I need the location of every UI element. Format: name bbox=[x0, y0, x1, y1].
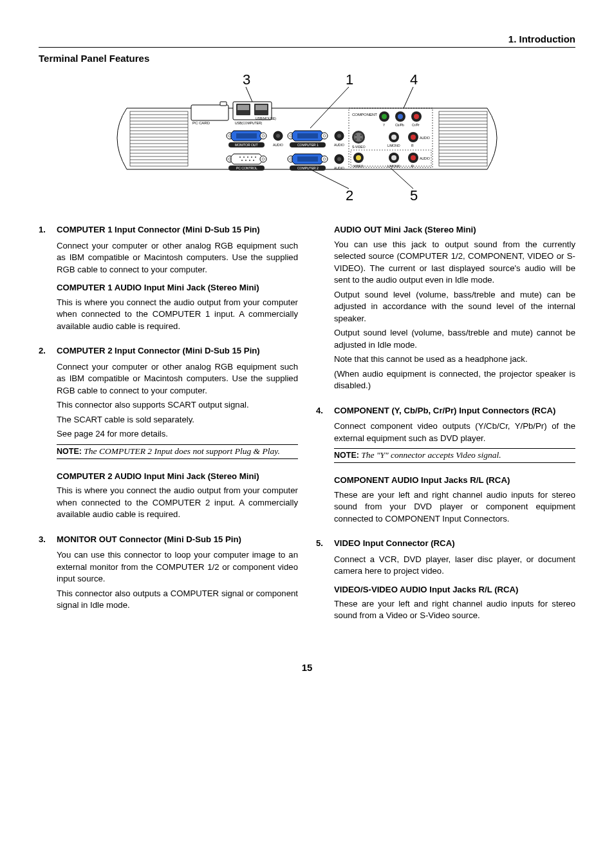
svg-point-101 bbox=[354, 133, 363, 142]
svg-point-71 bbox=[241, 160, 243, 161]
note: NOTE: The COMPUTER 2 Input does not supp… bbox=[57, 444, 298, 459]
item-5: 5.VIDEO Input Connector (RCA) Connect a … bbox=[316, 538, 575, 622]
svg-point-67 bbox=[243, 156, 245, 158]
callout-1: 1 bbox=[346, 73, 353, 88]
callout-5: 5 bbox=[410, 187, 418, 202]
svg-rect-0 bbox=[130, 111, 188, 166]
paragraph: Output sound level (volume, bass/treble … bbox=[334, 327, 575, 351]
paragraph: The SCART cable is sold separately. bbox=[57, 414, 298, 426]
paragraph: This is where you connect the audio outp… bbox=[57, 485, 298, 520]
paragraph: Note that this cannot be used as a headp… bbox=[334, 354, 575, 365]
svg-text:R: R bbox=[411, 144, 414, 147]
svg-text:AUDIO: AUDIO bbox=[420, 156, 430, 160]
right-column: AUDIO OUT Mini Jack (Stereo Mini) You ca… bbox=[316, 224, 575, 634]
svg-text:S-VIDEO: S-VIDEO bbox=[352, 145, 366, 149]
svg-point-75 bbox=[260, 156, 266, 162]
svg-text:AUDIO: AUDIO bbox=[334, 143, 344, 147]
paragraph: Connect your computer or other analog RG… bbox=[57, 361, 298, 397]
svg-point-47 bbox=[260, 133, 266, 139]
svg-rect-35 bbox=[220, 102, 227, 106]
svg-point-96 bbox=[414, 114, 419, 119]
svg-point-57 bbox=[321, 133, 328, 139]
item-number: 4. bbox=[316, 405, 334, 417]
svg-text:USB(COMPUTER): USB(COMPUTER) bbox=[235, 121, 263, 125]
svg-text:AUDIO: AUDIO bbox=[334, 166, 344, 170]
chapter-heading: 1. Introduction bbox=[39, 32, 575, 48]
sub-title: VIDEO/S-VIDEO AUDIO Input Jacks R/L (RCA… bbox=[334, 584, 575, 596]
paragraph: See page 24 for more details. bbox=[57, 428, 298, 440]
item-number: 1. bbox=[39, 224, 57, 236]
svg-text:COMPUTER 1: COMPUTER 1 bbox=[297, 143, 319, 147]
svg-text:Cb/Pb: Cb/Pb bbox=[395, 123, 404, 127]
svg-point-66 bbox=[239, 156, 241, 158]
svg-point-74 bbox=[253, 160, 254, 161]
svg-point-108 bbox=[391, 135, 396, 140]
svg-rect-56 bbox=[297, 133, 318, 138]
svg-point-103 bbox=[360, 135, 362, 136]
paragraph: Output sound level (volume, bass/treble … bbox=[334, 289, 575, 325]
item-audio-out: AUDIO OUT Mini Jack (Stereo Mini) You ca… bbox=[316, 224, 575, 392]
item-title: COMPONENT (Y, Cb/Pb, Cr/Pr) Input Connec… bbox=[334, 405, 555, 417]
svg-point-105 bbox=[360, 138, 362, 140]
svg-rect-41 bbox=[256, 105, 267, 110]
paragraph: This connector also supports SCART outpu… bbox=[57, 399, 298, 411]
svg-text:MONITOR OUT: MONITOR OUT bbox=[235, 143, 257, 147]
svg-point-70 bbox=[255, 156, 256, 158]
left-column: 1.COMPUTER 1 Input Connector (Mini D-Sub… bbox=[39, 224, 298, 634]
svg-point-110 bbox=[411, 135, 416, 140]
item-1: 1.COMPUTER 1 Input Connector (Mini D-Sub… bbox=[39, 224, 298, 332]
callout-2: 2 bbox=[346, 187, 353, 202]
svg-text:L/MONO: L/MONO bbox=[387, 144, 400, 147]
svg-text:AUDIO: AUDIO bbox=[420, 136, 430, 140]
svg-rect-81 bbox=[297, 156, 318, 162]
callout-3: 3 bbox=[243, 73, 250, 88]
svg-point-82 bbox=[321, 156, 328, 162]
svg-line-128 bbox=[310, 169, 349, 189]
paragraph: These are your left and right channel au… bbox=[334, 489, 575, 525]
paragraph: (When audio equipment is connected, the … bbox=[334, 368, 575, 392]
svg-point-52 bbox=[276, 134, 280, 138]
sub-title: COMPUTER 1 AUDIO Input Mini Jack (Stereo… bbox=[57, 282, 298, 294]
item-number: 5. bbox=[316, 538, 334, 549]
item-number: 3. bbox=[39, 534, 57, 545]
svg-point-68 bbox=[247, 156, 248, 158]
svg-line-127 bbox=[404, 87, 413, 108]
paragraph: This connector also outputs a COMPUTER s… bbox=[57, 588, 298, 612]
callout-4: 4 bbox=[410, 73, 418, 88]
svg-point-72 bbox=[245, 160, 247, 161]
svg-line-125 bbox=[246, 87, 252, 102]
note: NOTE: The "Y" connector accepts Video si… bbox=[334, 448, 575, 463]
item-2: 2.COMPUTER 2 Input Connector (Mini D-Sub… bbox=[39, 345, 298, 520]
svg-point-73 bbox=[249, 160, 250, 161]
page-number: 15 bbox=[39, 661, 575, 674]
paragraph: Connect your computer or other analog RG… bbox=[57, 240, 298, 276]
svg-point-118 bbox=[391, 155, 396, 160]
svg-text:Cr/Pr: Cr/Pr bbox=[412, 123, 420, 127]
paragraph: Connect component video outputs (Y/Cb/Cr… bbox=[334, 420, 575, 444]
sub-title: COMPONENT AUDIO Input Jacks R/L (RCA) bbox=[334, 475, 575, 486]
svg-point-104 bbox=[355, 138, 357, 140]
paragraph: This is where you connect the audio outp… bbox=[57, 297, 298, 332]
section-title: Terminal Panel Features bbox=[39, 52, 575, 65]
item-title: COMPUTER 2 Input Connector (Mini D-Sub 1… bbox=[57, 345, 260, 357]
svg-text:PC CARD: PC CARD bbox=[192, 121, 210, 125]
sub-title: COMPUTER 2 AUDIO Input Mini Jack (Stereo… bbox=[57, 471, 298, 482]
item-3: 3.MONITOR OUT Connector (Mini D-Sub 15 P… bbox=[39, 534, 298, 612]
svg-line-129 bbox=[391, 168, 413, 189]
paragraph: These are your left and right channel au… bbox=[334, 598, 575, 622]
svg-text:COMPONENT: COMPONENT bbox=[352, 113, 377, 117]
paragraph: Connect a VCR, DVD player, laser disc pl… bbox=[334, 554, 575, 578]
svg-text:USB(MOUSE): USB(MOUSE) bbox=[256, 117, 276, 120]
svg-point-92 bbox=[382, 114, 387, 119]
svg-point-69 bbox=[251, 156, 252, 158]
paragraph: You can use this jack to output sound fr… bbox=[334, 239, 575, 287]
svg-point-62 bbox=[337, 134, 341, 138]
item-title: MONITOR OUT Connector (Mini D-Sub 15 Pin… bbox=[57, 534, 241, 545]
svg-point-94 bbox=[398, 114, 403, 119]
svg-rect-34 bbox=[191, 105, 228, 120]
item-title: COMPUTER 1 Input Connector (Mini D-Sub 1… bbox=[57, 224, 260, 236]
sub-title: AUDIO OUT Mini Jack (Stereo Mini) bbox=[334, 224, 575, 236]
svg-rect-40 bbox=[237, 105, 249, 110]
item-number: 2. bbox=[39, 345, 57, 357]
svg-point-115 bbox=[356, 155, 361, 160]
